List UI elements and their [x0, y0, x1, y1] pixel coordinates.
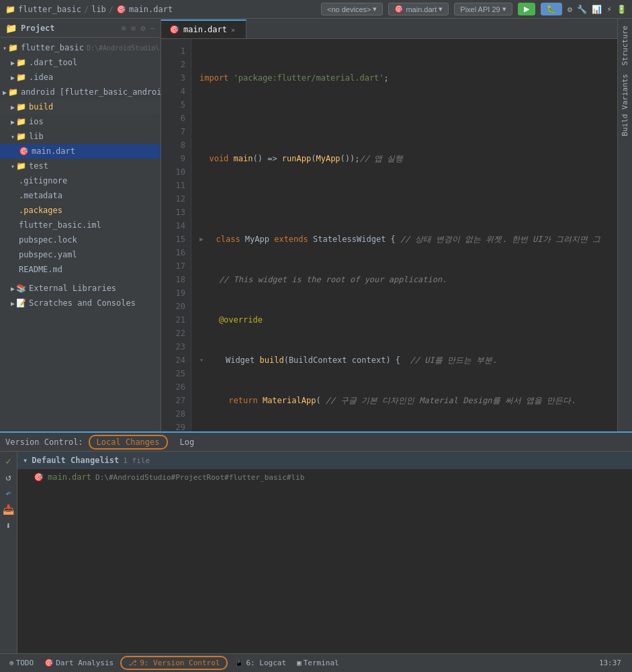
tree-readme[interactable]: README.md	[0, 262, 161, 277]
tab-label: main.dart	[183, 25, 227, 34]
emulator-selector[interactable]: Pixel API 29 ▾	[454, 3, 512, 15]
status-dart-analysis[interactable]: 🎯 Dart Analysis	[40, 659, 118, 667]
line-num-13: 13	[161, 206, 191, 219]
ext-libs-icon: 📚	[16, 284, 26, 293]
line-num-4: 4	[161, 85, 191, 98]
lib-label: lib	[29, 132, 44, 141]
download-button[interactable]: ⬇	[2, 519, 15, 532]
editor-tab-bar: 🎯 main.dart ✕	[161, 19, 617, 39]
pubspec-lock-label: pubspec.lock	[19, 235, 77, 245]
run-config-selector[interactable]: 🎯 main.dart ▾	[388, 3, 449, 15]
tree-android[interactable]: ▶ 📁 android [flutter_basic_android...	[0, 85, 161, 99]
code-line-6: // This widget is the root of your appli…	[199, 273, 617, 286]
line-num-2: 2	[161, 58, 191, 71]
chevron-down-icon: ▾	[373, 5, 377, 13]
sidebar-toolbar: 📁 Project ⊕ ≡ ⚙ —	[0, 19, 161, 38]
code-line-4	[199, 192, 617, 206]
code-line-7: @override	[199, 313, 617, 327]
vc-label: Version Control:	[5, 437, 83, 447]
line-num-26: 26	[161, 380, 191, 394]
emulator-label: Pixel API 29	[460, 5, 500, 13]
line-num-28: 28	[161, 407, 191, 421]
tree-scratches[interactable]: ▶ 📝 Scratches and Consoles	[0, 296, 161, 310]
line-num-27: 27	[161, 394, 191, 407]
file-label: main.dart	[129, 5, 173, 14]
pubspec-yaml-label: pubspec.yaml	[19, 250, 77, 259]
gitignore-label: .gitignore	[19, 176, 67, 185]
version-control-status-tab[interactable]: ⎇ 9: Version Control	[120, 656, 228, 670]
code-line-8: ▾ Widget build(BuildContext context) { /…	[199, 353, 617, 367]
tree-gitignore[interactable]: .gitignore	[0, 173, 161, 188]
packages-label: .packages	[19, 206, 62, 215]
code-line-2	[199, 112, 617, 125]
tree-pubspec-yaml[interactable]: pubspec.yaml	[0, 247, 161, 262]
local-changes-tab[interactable]: Local Changes	[89, 435, 168, 450]
vc-status-icon: ⎇	[128, 659, 137, 667]
status-terminal[interactable]: ▣ Terminal	[293, 659, 343, 667]
line-num-15: 15	[161, 233, 191, 246]
status-todo[interactable]: ⊕ TODO	[5, 659, 38, 667]
line-num-7: 7	[161, 125, 191, 138]
tree-root[interactable]: ▾ 📁 flutter_basic D:\#AndroidStudio\...	[0, 40, 161, 55]
changelist-header[interactable]: ▾ Default Changelist 1 file	[17, 452, 632, 469]
tree-metadata[interactable]: .metadata	[0, 188, 161, 203]
tree-build[interactable]: ▶ 📁 build	[0, 99, 161, 114]
tree-external-libs[interactable]: ▶ 📚 External Libraries	[0, 281, 161, 296]
version-control-toolbar: Version Control: Local Changes Log	[0, 433, 632, 452]
expand-arrow: ▾	[3, 44, 7, 52]
ios-icon: 📁	[16, 117, 26, 126]
tree-pubspec-lock[interactable]: pubspec.lock	[0, 233, 161, 247]
android-icon: 📁	[8, 87, 18, 97]
commit-button[interactable]: ✓	[2, 454, 15, 468]
changed-file-name: main.dart	[48, 472, 91, 482]
tree-lib[interactable]: ▾ 📁 lib	[0, 129, 161, 144]
tab-main-dart[interactable]: 🎯 main.dart ✕	[161, 19, 246, 38]
rollback-button[interactable]: ↺	[2, 470, 15, 484]
status-time: 13:37	[594, 659, 627, 667]
tree-test[interactable]: ▾ 📁 test	[0, 159, 161, 173]
tree-dart-tool[interactable]: ▶ 📁 .dart_tool	[0, 55, 161, 70]
tree-idea[interactable]: ▶ 📁 .idea	[0, 70, 161, 85]
line-num-1: 1	[161, 44, 191, 58]
file-row-main-dart[interactable]: 🎯 main.dart D:\#AndroidStudio#ProjectRoo…	[17, 469, 632, 485]
tree-ios[interactable]: ▶ 📁 ios	[0, 114, 161, 129]
main-dart-icon: 🎯	[19, 146, 29, 156]
dart-tool-label: .dart_tool	[29, 58, 77, 67]
lib-icon: 📁	[16, 132, 26, 141]
right-tab-build-variants[interactable]: Build Variants	[619, 70, 631, 140]
right-tab-structure[interactable]: Structure	[619, 22, 631, 70]
line-num-12: 12	[161, 192, 191, 206]
project-icon: 📁	[5, 23, 17, 34]
emulator-chevron: ▾	[502, 5, 506, 13]
status-right: 13:37	[594, 659, 627, 667]
update-button[interactable]: ↶	[2, 487, 15, 500]
log-tab[interactable]: Log	[173, 436, 201, 448]
line-num-9: 9	[161, 152, 191, 165]
line-num-8: 8	[161, 138, 191, 152]
run-button[interactable]: ▶	[518, 3, 535, 15]
device-selector[interactable]: <no devices> ▾	[321, 3, 383, 15]
logcat-label: 6: Logcat	[246, 659, 286, 667]
tree-main-dart[interactable]: 🎯 main.dart	[0, 144, 161, 159]
tree-iml[interactable]: flutter_basic.iml	[0, 218, 161, 233]
line-num-16: 16	[161, 246, 191, 259]
dart-file-icon: 🎯	[169, 25, 179, 34]
idea-icon: 📁	[16, 73, 26, 82]
tab-close-button[interactable]: ✕	[231, 26, 235, 34]
project-breadcrumb: 📁 flutter_basic / lib / 🎯 main.dart	[5, 5, 173, 14]
line-num-21: 21	[161, 313, 191, 327]
debug-button[interactable]: 🐛	[541, 3, 562, 15]
vc-status-label: 9: Version Control	[140, 659, 220, 667]
title-bar: 📁 flutter_basic / lib / 🎯 main.dart <no …	[0, 0, 632, 19]
dart-icon-status: 🎯	[44, 659, 54, 667]
tree-packages[interactable]: .packages	[0, 203, 161, 218]
lib-label: lib	[91, 5, 106, 14]
iml-label: flutter_basic.iml	[19, 220, 101, 230]
shelve-button[interactable]: 📥	[2, 503, 15, 516]
line-num-25: 25	[161, 367, 191, 380]
dart-tool-icon: 📁	[16, 58, 26, 67]
line-num-5: 5	[161, 98, 191, 112]
toolbar-right: <no devices> ▾ 🎯 main.dart ▾ Pixel API 2…	[321, 3, 627, 15]
status-logcat[interactable]: 📱 6: Logcat	[230, 659, 290, 667]
line-num-3: 3	[161, 71, 191, 85]
